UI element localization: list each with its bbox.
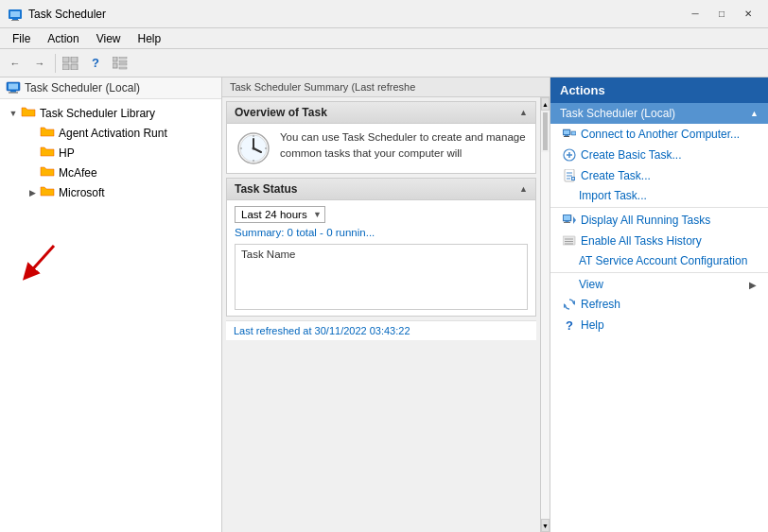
import-icon — [562, 189, 575, 202]
overview-section: Overview of Task ▲ — [226, 101, 536, 174]
middle-header-text: Task Scheduler Summary (Last refreshe — [230, 81, 415, 93]
create-task-label: Create Task... — [581, 169, 651, 182]
svg-rect-47 — [566, 221, 569, 222]
action-section-arrow: ▲ — [750, 109, 759, 118]
toggle-microsoft: ▶ — [26, 187, 38, 198]
connect-label: Connect to Another Computer... — [581, 128, 740, 141]
view-submenu-arrow: ▶ — [749, 280, 757, 290]
svg-rect-4 — [62, 57, 69, 62]
svg-rect-48 — [564, 222, 570, 223]
help-label: Help — [581, 318, 604, 332]
left-panel: Task Scheduler (Local) ▼ Task Scheduler … — [0, 77, 222, 532]
minimize-button[interactable]: ─ — [683, 5, 707, 24]
svg-rect-17 — [9, 93, 18, 94]
svg-rect-5 — [71, 57, 78, 62]
task-status-section: Task Status ▲ Last 24 hours Last hour La… — [226, 178, 536, 317]
menu-action[interactable]: Action — [39, 29, 87, 48]
title-bar: Task Scheduler ─ □ ✕ — [0, 0, 768, 28]
folder-icon-microsoft — [40, 184, 55, 200]
svg-rect-16 — [10, 91, 16, 93]
toolbar-separator — [55, 54, 56, 73]
last-refresh: Last refreshed at 30/11/2022 03:43:22 — [226, 320, 536, 340]
action-enable-history[interactable]: Enable All Tasks History — [550, 231, 768, 251]
create-task-icon — [562, 168, 577, 183]
action-at-service[interactable]: AT Service Account Configuration — [550, 251, 768, 270]
action-create-basic[interactable]: Create Basic Task... — [550, 145, 768, 165]
main-container: Task Scheduler (Local) ▼ Task Scheduler … — [0, 77, 768, 532]
action-section-header[interactable]: Task Scheduler (Local) ▲ — [550, 103, 768, 124]
time-range-select[interactable]: Last 24 hours Last hour Last week — [235, 206, 325, 223]
task-name-header: Task Name — [241, 249, 296, 260]
middle-scrollbar[interactable]: ▲ ▼ — [540, 97, 550, 532]
scroll-down-btn[interactable]: ▼ — [541, 519, 550, 532]
at-service-label: AT Service Account Configuration — [579, 254, 747, 267]
action-connect[interactable]: Connect to Another Computer... — [550, 124, 768, 145]
tree-item-hp[interactable]: ▶ HP — [0, 143, 221, 163]
task-status-body: Last 24 hours Last hour Last week ▼ Summ… — [227, 200, 535, 316]
svg-rect-10 — [119, 57, 127, 59]
overview-title: Overview of Task — [235, 106, 327, 119]
refresh-icon — [562, 297, 577, 312]
at-service-icon — [562, 254, 575, 267]
computer-icon — [6, 81, 21, 94]
folder-icon-agent — [40, 125, 55, 141]
forward-button[interactable]: → — [28, 52, 51, 75]
action-display-running[interactable]: Display All Running Tasks — [550, 210, 768, 231]
svg-rect-34 — [572, 132, 576, 135]
toolbar: ← → ? — [0, 49, 768, 77]
view-label: View — [579, 278, 603, 291]
action-import[interactable]: Import Task... — [550, 186, 768, 205]
tree-item-library[interactable]: ▼ Task Scheduler Library — [0, 103, 221, 123]
menu-bar: File Action View Help — [0, 28, 768, 49]
close-button[interactable]: ✕ — [736, 5, 760, 24]
summary-text: Summary: 0 total - 0 runnin... — [235, 227, 528, 238]
action-view[interactable]: View ▶ — [550, 275, 768, 294]
toggle-library: ▼ — [8, 108, 19, 119]
scroll-up-btn[interactable]: ▲ — [541, 97, 550, 111]
svg-rect-46 — [564, 215, 570, 220]
toolbar-btn-2[interactable]: ? — [84, 52, 107, 75]
menu-file[interactable]: File — [4, 29, 39, 48]
svg-rect-32 — [564, 136, 569, 137]
svg-rect-7 — [71, 64, 78, 70]
tree-item-agent-label: Agent Activation Runt — [59, 127, 167, 140]
task-name-box: Task Name — [235, 244, 528, 310]
actions-header: Actions — [550, 77, 768, 103]
svg-rect-1 — [10, 11, 20, 17]
tree-item-mcafee[interactable]: ▶ McAfee — [0, 163, 221, 182]
folder-icon-library — [21, 105, 36, 121]
tree-item-microsoft[interactable]: ▶ Microsoft — [0, 182, 221, 202]
toolbar-btn-3[interactable] — [109, 52, 131, 75]
menu-help[interactable]: Help — [130, 29, 170, 48]
tree-item-hp-label: HP — [59, 146, 75, 160]
toolbar-btn-1[interactable] — [60, 52, 82, 75]
overview-body: You can use Task Scheduler to create and… — [227, 124, 535, 173]
svg-marker-49 — [573, 216, 576, 224]
create-basic-icon — [562, 147, 577, 163]
maximize-button[interactable]: □ — [709, 5, 734, 24]
display-running-icon — [562, 213, 577, 228]
action-create-task[interactable]: Create Task... — [550, 165, 768, 186]
action-help[interactable]: ? Help — [550, 315, 768, 335]
folder-icon-hp — [40, 145, 55, 161]
scroll-thumb[interactable] — [543, 112, 548, 150]
task-status-title: Task Status — [235, 182, 297, 196]
overview-text: You can use Task Scheduler to create and… — [280, 129, 528, 167]
tree-root-label: Task Scheduler (Local) — [25, 81, 140, 94]
middle-scroll-wrapper: Overview of Task ▲ — [222, 97, 550, 532]
enable-history-icon — [562, 233, 577, 249]
action-refresh[interactable]: Refresh — [550, 294, 768, 315]
back-button[interactable]: ← — [4, 52, 26, 75]
task-status-collapse-arrow[interactable]: ▲ — [519, 184, 528, 194]
tree-item-agent[interactable]: ▶ Agent Activation Runt — [0, 123, 221, 143]
last-refresh-text: Last refreshed at 30/11/2022 03:43:22 — [234, 325, 410, 336]
action-section-label: Task Scheduler (Local) — [560, 107, 675, 120]
menu-view[interactable]: View — [88, 29, 130, 48]
middle-scroll-area[interactable]: Overview of Task ▲ — [222, 97, 540, 532]
dropdown-wrapper[interactable]: Last 24 hours Last hour Last week ▼ — [235, 206, 325, 223]
tree-item-microsoft-label: Microsoft — [59, 186, 105, 199]
overview-header: Overview of Task ▲ — [227, 102, 535, 124]
svg-rect-30 — [564, 130, 569, 134]
overview-collapse-arrow[interactable]: ▲ — [519, 108, 528, 117]
tree-content: ▼ Task Scheduler Library ▶ — [0, 99, 221, 532]
